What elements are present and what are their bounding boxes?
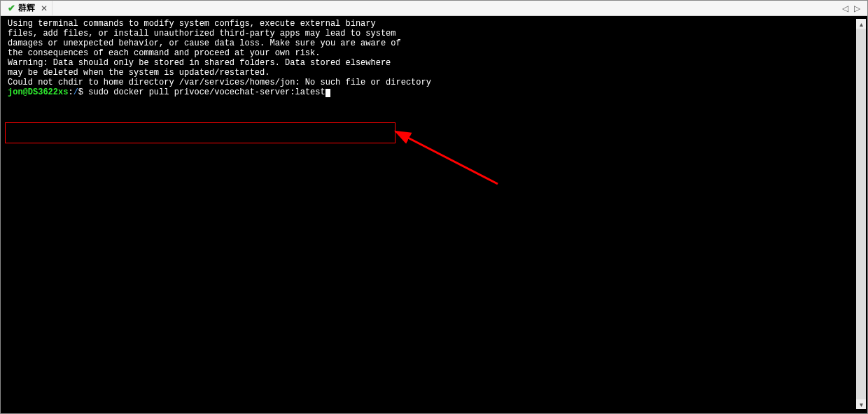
terminal-line: Warning: Data should only be stored in s… — [8, 58, 855, 68]
app-window: ✔ 群辉 ✕ ◁ ▷ Using terminal commands to mo… — [0, 0, 868, 414]
scroll-track[interactable] — [856, 29, 866, 399]
scrollbar[interactable]: ▴ ▾ — [856, 19, 866, 409]
prompt-path: / — [74, 87, 78, 97]
tab-title: 群辉 — [18, 2, 35, 14]
tab-list: ✔ 群辉 ✕ — [4, 1, 52, 15]
next-tab-icon[interactable]: ▷ — [854, 3, 860, 13]
terminal[interactable]: Using terminal commands to modify system… — [8, 19, 855, 409]
tab-bar: ✔ 群辉 ✕ ◁ ▷ — [1, 1, 867, 16]
terminal-line: damages or unexpected behavior, or cause… — [8, 38, 855, 48]
terminal-line: the consequences of each command and pro… — [8, 48, 855, 58]
terminal-command-text: sudo docker pull privoce/vocechat-server… — [88, 87, 325, 97]
tab-nav: ◁ ▷ — [842, 3, 864, 13]
scroll-down-icon[interactable]: ▾ — [856, 399, 866, 409]
prev-tab-icon[interactable]: ◁ — [842, 3, 848, 13]
tab-active[interactable]: ✔ 群辉 ✕ — [4, 1, 52, 15]
prompt-symbol: $ — [78, 87, 83, 97]
scroll-up-icon[interactable]: ▴ — [856, 19, 866, 29]
terminal-line: files, add files, or install unauthorize… — [8, 29, 855, 38]
terminal-area: Using terminal commands to modify system… — [1, 16, 867, 413]
check-icon: ✔ — [8, 3, 15, 13]
prompt-sep: : — [68, 87, 73, 97]
terminal-line: Could not chdir to home directory /var/s… — [8, 78, 855, 87]
close-icon[interactable]: ✕ — [41, 3, 48, 13]
prompt-userhost: jon@DS3622xs — [8, 87, 68, 97]
terminal-line: Using terminal commands to modify system… — [8, 19, 855, 29]
terminal-line: may be deleted when the system is update… — [8, 68, 855, 78]
cursor-icon — [326, 89, 330, 97]
